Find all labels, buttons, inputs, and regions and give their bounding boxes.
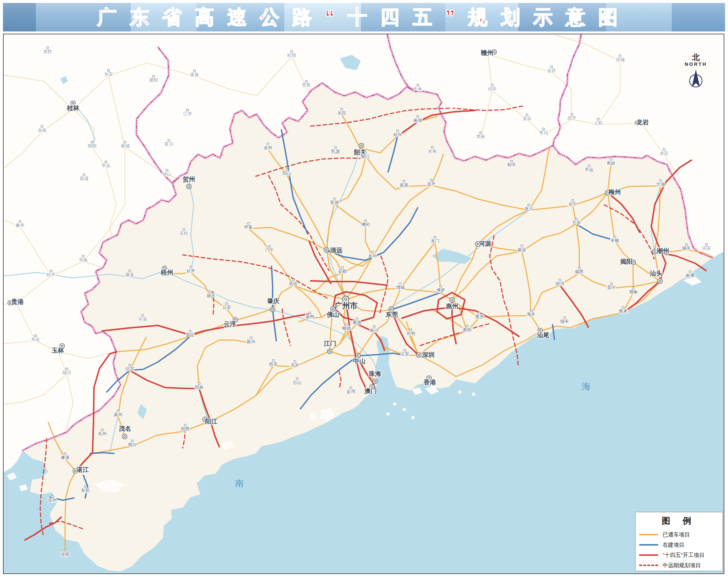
city-label: 和平 (507, 162, 516, 167)
city-label: 雷州 (48, 498, 57, 503)
title-banner: 广东省高速公路“十四五”规划示意图 (3, 3, 725, 31)
legend-line-opened (639, 534, 658, 535)
city-label: 桂阳 (287, 53, 296, 58)
outside-road (16, 303, 73, 431)
city-label: 台山 (293, 380, 302, 385)
city-label: 安远 (523, 116, 531, 121)
city-label: 惠州 (445, 303, 458, 310)
city-label: 惠阳 (462, 327, 471, 332)
city-marker (329, 351, 331, 352)
city-label: 怀集 (244, 225, 253, 230)
city-label: 象州 (16, 223, 24, 228)
city-label: 丰顺 (610, 238, 619, 243)
compass-arrow-icon (685, 68, 706, 91)
island (472, 393, 475, 396)
city-label: 阳朔 (88, 143, 96, 148)
city-label: 海丰 (527, 312, 535, 317)
city-label: 潮州 (656, 248, 669, 254)
city-label: 龙岩 (636, 119, 649, 126)
city-label: 蕉岭 (607, 161, 615, 166)
legend-item: 中远期规划项目 (639, 560, 719, 570)
city-label: 陆河 (556, 281, 564, 286)
map-frame: 广州市韶关清远河源梅州潮州揭阳汕头汕尾惠州东莞深圳珠海中山江门佛山肇庆云浮阳江茂… (3, 34, 724, 574)
city-label: 桂林 (67, 105, 80, 112)
city-label: 新兴 (247, 339, 255, 344)
city-label: 武平 (568, 116, 576, 121)
city-label: 荔浦 (80, 176, 88, 181)
city-label: 潮南 (629, 289, 638, 294)
city-label: 广宁 (265, 248, 274, 253)
outside-road (73, 57, 292, 109)
city-label: 道县 (190, 72, 199, 77)
city-label: 恩平 (269, 362, 278, 367)
island (403, 408, 406, 411)
sea-label-sea: 海 (582, 381, 591, 392)
city-marker (374, 381, 376, 382)
city-label: 藤县 (125, 272, 134, 277)
city-label: 始兴 (393, 132, 402, 137)
city-label: 龙川 (524, 206, 533, 211)
city-label: 阳山 (283, 171, 291, 176)
city-label: 乐昌 (337, 110, 346, 116)
city-label: 会昌 (547, 68, 556, 73)
city-label: 兴宁 (568, 201, 577, 207)
north-label-cn: 北 (679, 53, 713, 61)
outside-road (20, 227, 51, 276)
city-label: 永定 (660, 151, 668, 156)
city-label: 赣州 (481, 49, 493, 56)
city-marker (326, 249, 327, 251)
city-label: 从化 (368, 253, 377, 258)
island (412, 416, 415, 419)
city-label: 顺德 (342, 326, 351, 331)
city-label: 茂名 (118, 425, 131, 432)
map-canvas: 广州市韶关清远河源梅州潮州揭阳汕头汕尾惠州东莞深圳珠海中山江门佛山肇庆云浮阳江茂… (4, 34, 724, 573)
city-label: 贵港 (11, 298, 24, 305)
city-label: 平乐 (102, 163, 110, 168)
city-marker (357, 355, 359, 357)
boundary-halo (136, 48, 179, 183)
city-label: 广州市 (334, 301, 358, 310)
outside-road (4, 341, 35, 344)
city-label: 信丰 (488, 86, 497, 91)
city-label: 富川 (164, 142, 173, 147)
city-label: 梅州 (608, 189, 621, 196)
outside-road (4, 75, 116, 256)
outside-road (4, 374, 67, 404)
city-label: 阳江 (205, 418, 217, 425)
legend-line-longterm (639, 565, 658, 566)
city-label: 平远 (585, 167, 594, 172)
city-label: 梧州 (160, 269, 173, 276)
city-label: 惠东 (475, 314, 484, 319)
city-label: 肇庆 (267, 298, 280, 305)
city-label: 兴安 (104, 72, 113, 77)
province-boundary (387, 35, 418, 91)
city-label: 大余 (413, 86, 422, 91)
city-label: 永福 (38, 128, 46, 133)
city-marker (659, 280, 661, 282)
city-marker (72, 102, 74, 104)
city-marker (654, 251, 656, 253)
city-label: 江华 (183, 111, 192, 116)
legend-panel: 图 例 已通车项目 在建项目 “十四五”开工项目 中远期规划项目 (635, 512, 723, 571)
city-marker (391, 308, 393, 310)
city-label: 岑溪 (138, 317, 147, 322)
city-label: 大埔 (656, 182, 665, 187)
city-marker (75, 470, 76, 472)
outside-road (109, 76, 189, 181)
city-marker (418, 354, 420, 356)
city-label: 信宜 (125, 366, 134, 372)
city-label: 南沙 (370, 328, 379, 333)
island (393, 403, 397, 406)
city-label: 佛冈 (361, 222, 370, 227)
city-label: 全南 (428, 148, 437, 154)
city-label: 博罗 (436, 288, 445, 293)
outside-road (4, 109, 73, 169)
page-title: 广东省高速公路“十四五”规划示意图 (3, 3, 725, 31)
city-marker (345, 298, 347, 301)
poster-page: { "title": {"text": "广东省高速公路“十四五”规划示意图"}… (0, 0, 728, 577)
city-label: 陆丰 (560, 319, 569, 324)
city-label: 五华 (572, 220, 581, 225)
city-label: 罗定 (186, 332, 194, 337)
city-label: 兴业 (31, 337, 40, 342)
city-marker (188, 186, 190, 188)
